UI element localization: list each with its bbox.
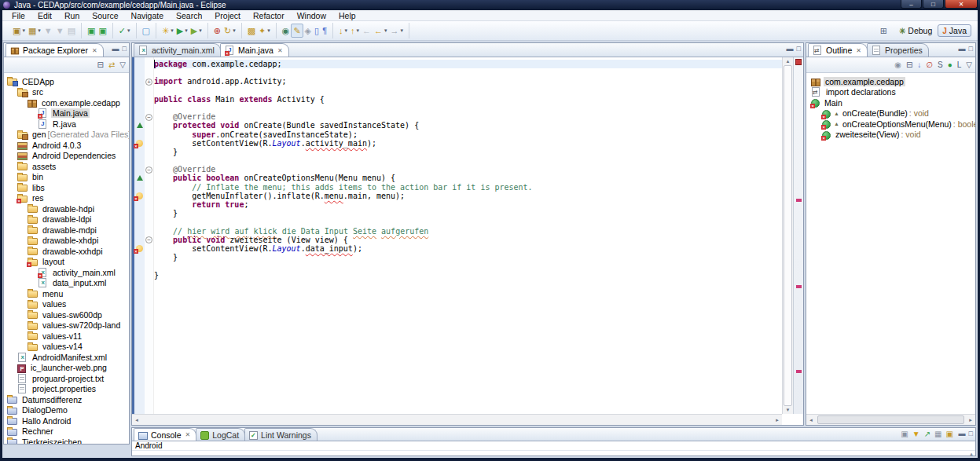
back-button[interactable]: ←▾	[373, 24, 389, 38]
dropdown-arrow-icon[interactable]: ▾	[38, 27, 41, 34]
show-selected-element-button[interactable]: ▯	[313, 24, 321, 38]
next-annotation-button[interactable]: ↓▾	[337, 24, 349, 38]
code-line[interactable]: setContentView(R.Layout.data_input);	[132, 244, 782, 253]
code-line[interactable]: − public void zweiteseite (View view) {	[132, 236, 782, 244]
previous-annotation-button[interactable]: ↑▾	[349, 24, 361, 38]
tree-item[interactable]: assets	[4, 161, 129, 172]
tab-logcat[interactable]: LogCat	[196, 428, 245, 441]
run-verification-button[interactable]: ✓▾	[117, 24, 132, 38]
code-line[interactable]: public class Main extends Activity {	[132, 95, 782, 104]
tab-outline[interactable]: Outline✕	[808, 43, 868, 57]
minimize-view-button[interactable]: ▬	[959, 430, 966, 437]
filter-console-icon[interactable]: ▼	[912, 430, 920, 438]
hide-static-members-icon[interactable]: S	[938, 60, 943, 69]
run-button[interactable]: ▶▾	[175, 24, 189, 38]
menu-navigate[interactable]: Navigate	[125, 11, 170, 20]
outline-item[interactable]: zweiteseite(View) : void	[806, 130, 975, 141]
tree-item[interactable]: src	[4, 87, 129, 98]
format-brush-button[interactable]: ✎	[291, 24, 303, 38]
display-selected-console-icon[interactable]: ▦	[934, 430, 941, 438]
tree-item[interactable]: libs	[4, 182, 129, 193]
tree-item[interactable]: activity_main.xml	[4, 267, 129, 278]
dropdown-arrow-icon[interactable]: ▾	[345, 27, 348, 34]
dropdown-arrow-icon[interactable]: ▾	[127, 27, 130, 34]
code-line[interactable]: }	[132, 253, 782, 262]
code-line[interactable]: }	[132, 209, 782, 218]
code-line[interactable]: setContentView(R.Layout.activity_main);	[132, 139, 782, 148]
dropdown-arrow-icon[interactable]: ▾	[171, 27, 174, 34]
coverage-button[interactable]: ⊕	[212, 24, 222, 38]
tree-item[interactable]: data_input.xml	[4, 278, 129, 289]
tree-item[interactable]: Android 4.0.3	[4, 140, 129, 151]
console-output[interactable]: ▲	[132, 451, 975, 456]
forward-button[interactable]: →▾	[389, 24, 406, 38]
debug-perspective-button[interactable]: ✳Debug	[895, 25, 936, 36]
refresh-button[interactable]: ↻▾	[222, 24, 237, 38]
error-marker[interactable]	[796, 370, 802, 373]
tree-item[interactable]: values-sw600dp	[4, 309, 129, 320]
code-line[interactable]: − @Override	[132, 165, 782, 174]
hide-local-types-icon[interactable]: L	[957, 60, 962, 69]
tree-item[interactable]: project.properties	[4, 384, 129, 395]
overview-ruler[interactable]	[793, 57, 803, 414]
scrollbar-thumb[interactable]	[784, 65, 792, 406]
dropdown-arrow-icon[interactable]: ▾	[384, 27, 387, 34]
open-perspective-button[interactable]: ⊞	[880, 26, 887, 36]
code-line[interactable]: getMenuInflater().inflate(R.menu.main, m…	[132, 192, 782, 200]
debug-button[interactable]: ✳▾	[160, 24, 175, 38]
code-line[interactable]: super.onCreate(savedInstanceState);	[132, 130, 782, 139]
tree-item[interactable]: gen [Generated Java Files]	[4, 130, 129, 141]
editor-horizontal-scrollbar[interactable]: ◂▸	[132, 414, 782, 425]
tree-item[interactable]: values-sw720dp-land	[4, 320, 129, 331]
android-sdk-manager-button[interactable]: ▣	[86, 24, 97, 38]
menu-source[interactable]: Source	[86, 11, 124, 20]
tab-lint-warnings[interactable]: Lint Warnings	[244, 428, 317, 441]
code-line[interactable]: // Inflate the menu; this adds items to …	[132, 183, 782, 192]
code-line[interactable]	[132, 218, 782, 226]
tree-item[interactable]: com.example.cedapp	[4, 97, 129, 108]
java-editor[interactable]: package com.example.cedapp;+import andro…	[132, 57, 803, 425]
link-with-editor-icon[interactable]: ⇄	[108, 60, 115, 69]
editor-vertical-scrollbar[interactable]: ▲ ▼	[782, 57, 793, 414]
close-tab-icon[interactable]: ✕	[185, 431, 191, 438]
open-console-icon[interactable]: ▣	[946, 430, 953, 438]
tree-item[interactable]: Main.java	[4, 108, 129, 119]
tree-item[interactable]: Hallo Android	[4, 415, 129, 426]
code-line[interactable]: protected void onCreate(Bundle savedInst…	[132, 121, 782, 130]
tab-console[interactable]: Console✕	[134, 428, 196, 441]
code-line[interactable]: }	[132, 271, 782, 280]
dropdown-arrow-icon[interactable]: ▾	[401, 27, 404, 34]
tree-item[interactable]: DialogDemo	[4, 405, 129, 416]
collapse-all-icon[interactable]: ⊟	[906, 60, 912, 69]
view-menu-icon[interactable]: ▽	[119, 60, 126, 69]
collapse-all-icon[interactable]: ⊟	[97, 60, 104, 69]
maximize-editor-button[interactable]: □	[797, 45, 801, 53]
outline-item[interactable]: ▲onCreate(Bundle) : void	[806, 108, 975, 119]
maximize-view-button[interactable]: □	[969, 45, 973, 53]
dropdown-arrow-icon[interactable]: ▾	[185, 27, 188, 34]
tree-item[interactable]: Tierkreiszeichen	[4, 437, 129, 444]
show-whitespace-button[interactable]: ¶	[321, 24, 329, 38]
close-tab-icon[interactable]: ✕	[856, 47, 861, 54]
view-menu-icon[interactable]: ▽	[966, 60, 972, 69]
java-perspective-button[interactable]: JJava	[938, 24, 971, 37]
code-line[interactable]: +import android.app.Activity;	[132, 77, 782, 86]
error-marker-icon[interactable]	[136, 245, 143, 252]
error-marker-icon[interactable]	[136, 140, 143, 147]
tree-item[interactable]: menu	[4, 288, 129, 299]
code-line[interactable]: }	[132, 148, 782, 156]
open-element-button[interactable]: ▩	[246, 24, 257, 38]
hide-fields-icon[interactable]: ∅	[926, 60, 933, 69]
editor-tab-Main-java[interactable]: Main.java✕	[220, 43, 289, 57]
focus-icon[interactable]: ◉	[894, 60, 901, 69]
dropdown-arrow-icon[interactable]: ▾	[357, 27, 360, 34]
dropdown-arrow-icon[interactable]: ▾	[233, 27, 236, 34]
code-line[interactable]: return true;	[132, 200, 782, 209]
minimize-view-button[interactable]: ▬	[112, 45, 119, 53]
close-view-icon[interactable]: ✕	[92, 47, 97, 54]
minimize-view-button[interactable]: ▬	[959, 45, 966, 53]
tree-item[interactable]: R.java	[4, 119, 129, 130]
dropdown-arrow-icon[interactable]: ▾	[22, 27, 25, 34]
error-marker[interactable]	[796, 199, 802, 202]
code-line[interactable]	[132, 86, 782, 95]
